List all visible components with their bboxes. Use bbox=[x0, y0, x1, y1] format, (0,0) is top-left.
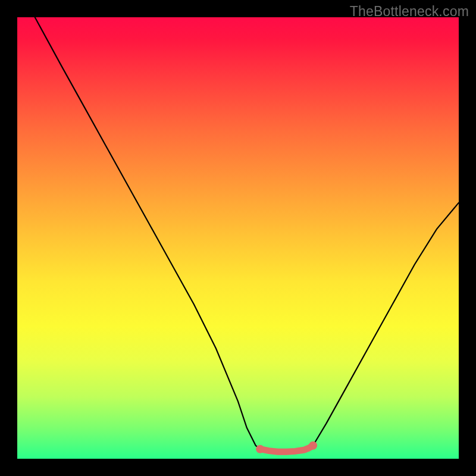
curve-valley bbox=[260, 446, 313, 452]
attribution-text: TheBottleneck.com bbox=[350, 4, 469, 20]
valley-endpoint-0 bbox=[256, 445, 264, 453]
plot-area bbox=[17, 17, 459, 459]
chart-frame: TheBottleneck.com bbox=[0, 0, 476, 476]
curve-left-arm bbox=[35, 17, 260, 449]
curve-right-arm bbox=[313, 203, 459, 446]
valley-endpoint-1 bbox=[309, 441, 317, 450]
curve-layer bbox=[17, 17, 459, 459]
